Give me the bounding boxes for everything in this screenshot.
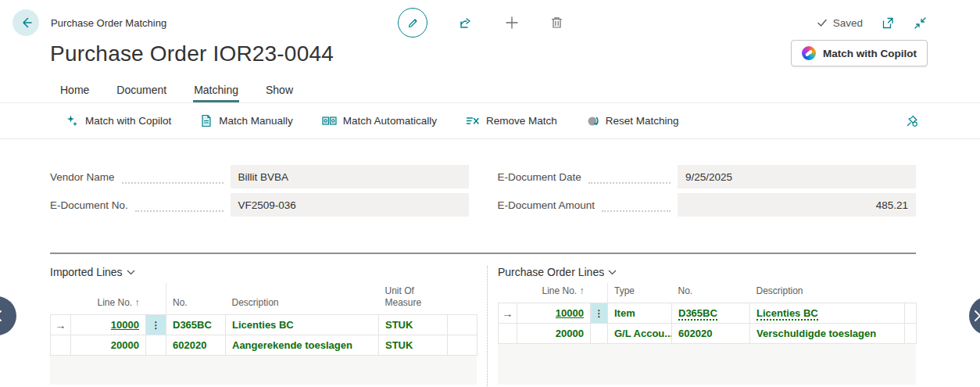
cell-uom[interactable]: STUK — [379, 335, 448, 356]
cell-no[interactable]: 602020 — [166, 335, 226, 356]
copilot-logo-icon — [802, 46, 816, 60]
chevron-down-icon — [127, 270, 135, 275]
cell-line-no[interactable]: 20000 — [517, 324, 591, 344]
line-no-link: 10000 — [111, 319, 139, 331]
plus-icon — [505, 16, 519, 30]
edocument-date-value[interactable]: 9/25/2025 — [678, 165, 916, 188]
action-label: Match Automatically — [343, 115, 437, 127]
reset-matching-action[interactable]: Reset Matching — [586, 115, 679, 127]
tab-document[interactable]: Document — [116, 81, 167, 102]
col-line-no[interactable]: Line No. ↑ — [71, 283, 146, 315]
dotted-leader — [588, 170, 671, 183]
open-in-new-window-icon — [882, 16, 895, 30]
cell-line-no[interactable]: 20000 — [71, 335, 146, 356]
edocument-amount-value[interactable]: 485.21 — [678, 193, 916, 217]
col-description[interactable]: Description — [750, 283, 905, 303]
col-no[interactable]: No. — [166, 283, 226, 315]
back-button[interactable] — [13, 9, 39, 36]
purchase-order-lines-title[interactable]: Purchase Order Lines — [498, 264, 916, 280]
cell-no[interactable]: 602020 — [672, 324, 750, 344]
pane-title-label: Purchase Order Lines — [498, 266, 604, 278]
col-unit-of-measure[interactable]: Unit Of Measure — [379, 283, 448, 315]
dotted-leader — [135, 198, 224, 211]
reset-matching-icon — [586, 115, 599, 127]
trash-icon — [550, 16, 563, 30]
vendor-name-value[interactable]: Billit BVBA — [231, 165, 469, 188]
open-in-new-window-button[interactable] — [882, 16, 895, 30]
new-record-button[interactable] — [505, 16, 519, 30]
imported-line-row-1: → 10000 ⋮ D365BC Licenties BC STUK — [51, 315, 477, 335]
cell-type[interactable]: Item — [608, 303, 672, 324]
section-divider — [50, 253, 916, 254]
previous-record-button[interactable] — [0, 296, 16, 335]
cell-type[interactable]: G/L Accou... — [608, 324, 672, 344]
row-menu-button[interactable]: ⋮ — [591, 303, 608, 324]
match-with-copilot-action[interactable]: Match with Copilot — [66, 114, 171, 127]
tab-show[interactable]: Show — [265, 81, 294, 102]
status-area: Saved — [817, 16, 967, 30]
action-label: Remove Match — [486, 115, 557, 127]
row-menu-button[interactable]: ⋮ — [146, 315, 166, 335]
share-button[interactable] — [459, 16, 474, 30]
save-status-label: Saved — [833, 17, 863, 29]
edocument-no-value[interactable]: VF2509-036 — [231, 193, 469, 217]
tab-home[interactable]: Home — [59, 81, 90, 102]
pencil-icon — [406, 16, 420, 30]
match-with-copilot-header-button[interactable]: Match with Copilot — [791, 40, 928, 66]
pane-divider — [477, 264, 498, 385]
top-bar: Purchase Order Matching — [0, 0, 980, 36]
row-menu-button[interactable] — [146, 335, 166, 356]
col-line-no[interactable]: Line No. ↑ — [517, 283, 591, 303]
sparkles-icon — [66, 114, 79, 127]
edocument-no-field: E-Document No. VF2509-036 — [50, 193, 469, 217]
action-label: Match Manually — [219, 115, 293, 127]
edocument-date-label: E-Document Date — [498, 171, 581, 183]
chevron-down-icon — [608, 270, 617, 275]
back-arrow-icon — [19, 16, 33, 30]
match-automatically-action[interactable]: Match Automatically — [322, 115, 437, 127]
vendor-name-label: Vendor Name — [50, 171, 115, 183]
pin-icon — [905, 114, 919, 128]
general-fields: Vendor Name Billit BVBA E-Document Date … — [50, 165, 916, 217]
matching-panes: Imported Lines Line No. ↑ No. Descriptio… — [50, 264, 980, 385]
edit-button[interactable] — [398, 8, 427, 38]
page-caption: Purchase Order Matching — [51, 17, 166, 29]
ribbon-tabs: Home Document Matching Show — [0, 81, 980, 103]
line-no-link: 10000 — [556, 307, 584, 319]
dotted-leader — [602, 198, 671, 211]
imported-lines-empty-area — [50, 356, 477, 385]
purchase-order-lines-pane: Purchase Order Lines Line No. ↑ Type No.… — [498, 264, 916, 385]
cell-no[interactable]: D365BC — [166, 315, 226, 335]
pane-title-label: Imported Lines — [50, 266, 123, 278]
row-menu-button[interactable] — [591, 324, 608, 344]
edocument-amount-field: E-Document Amount 485.21 — [498, 193, 917, 217]
imported-lines-pane: Imported Lines Line No. ↑ No. Descriptio… — [50, 264, 477, 385]
delete-record-button[interactable] — [550, 16, 563, 30]
chevron-right-icon — [974, 310, 980, 321]
col-no[interactable]: No. — [672, 283, 750, 303]
purchase-order-line-row-1: → 10000 ⋮ Item D365BC Licenties BC — [499, 303, 917, 324]
purchase-order-lines-header-row: Line No. ↑ Type No. Description — [499, 283, 917, 303]
col-type[interactable]: Type — [608, 283, 672, 303]
cell-description[interactable]: Licenties BC — [226, 315, 379, 335]
vendor-name-field: Vendor Name Billit BVBA — [50, 165, 469, 188]
imported-line-row-2: 20000 602020 Aangerekende toeslagen STUK — [51, 335, 477, 356]
share-icon — [459, 16, 474, 30]
col-description[interactable]: Description — [226, 283, 379, 315]
pin-action-bar-button[interactable] — [905, 114, 919, 128]
current-row-arrow-icon: → — [51, 315, 71, 335]
cell-description[interactable]: Aangerekende toeslagen — [226, 335, 379, 356]
imported-lines-title[interactable]: Imported Lines — [50, 264, 477, 280]
imported-lines-header-row: Line No. ↑ No. Description Unit Of Measu… — [51, 283, 477, 315]
action-bar: Match with Copilot Match Manually Match … — [0, 103, 980, 139]
cell-description[interactable]: Verschuldigde toeslagen — [750, 324, 905, 344]
cell-no-link: D365BC — [678, 307, 717, 321]
edocument-date-field: E-Document Date 9/25/2025 — [498, 165, 917, 188]
record-action-icons — [398, 8, 563, 38]
match-manually-action[interactable]: Match Manually — [200, 114, 293, 127]
collapse-view-button[interactable] — [914, 16, 927, 30]
chevron-left-icon — [0, 310, 2, 321]
cell-uom[interactable]: STUK — [379, 315, 448, 335]
remove-match-action[interactable]: Remove Match — [466, 115, 557, 127]
tab-matching[interactable]: Matching — [193, 81, 239, 102]
